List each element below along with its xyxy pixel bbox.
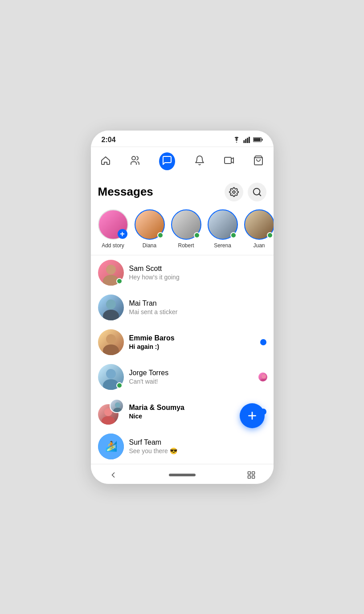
sam-content: Sam Scott Hey how's it going <box>129 265 266 281</box>
sam-online <box>116 278 123 284</box>
emmie-avatar <box>98 329 124 355</box>
nav-home[interactable] <box>95 153 116 169</box>
jorge-thumb-avatar <box>258 372 268 382</box>
diana-online <box>157 232 164 238</box>
jorge-content: Jorge Torres Can't wait! <box>129 369 250 385</box>
story-add[interactable]: + Add story <box>98 209 128 249</box>
emmie-content: Emmie Baros Hi again :) <box>129 334 255 350</box>
emmie-avatar-wrap <box>98 329 124 355</box>
mai-preview: Mai sent a sticker <box>129 308 266 315</box>
jorge-avatar-wrap <box>98 364 124 390</box>
convo-emmie[interactable]: Emmie Baros Hi again :) <box>91 325 274 360</box>
stories-row: + Add story Diana Robert <box>91 206 274 255</box>
compose-button[interactable] <box>240 403 265 428</box>
svg-point-19 <box>103 344 119 355</box>
back-icon <box>109 471 118 479</box>
settings-button[interactable] <box>225 183 243 201</box>
sam-name: Sam Scott <box>129 265 266 273</box>
serena-label: Serena <box>214 242 231 249</box>
emmie-unread-dot <box>260 339 266 345</box>
recents-icon <box>247 471 256 479</box>
emmie-preview: Hi again :) <box>129 343 255 350</box>
surfteam-preview: See you there 😎 <box>129 447 266 454</box>
svg-point-14 <box>106 265 116 274</box>
juan-label: Juan <box>253 242 265 249</box>
svg-line-13 <box>259 194 261 196</box>
story-diana[interactable]: Diana <box>135 209 165 249</box>
nav-messenger[interactable] <box>154 151 180 172</box>
bottom-nav <box>91 147 274 176</box>
back-button[interactable] <box>109 471 118 479</box>
add-story-plus: + <box>118 229 127 239</box>
sam-avatar-wrap <box>98 260 124 286</box>
mai-avatar-wrap <box>98 295 124 320</box>
header-actions <box>225 183 266 201</box>
app-header: Messages <box>91 176 274 206</box>
mai-avatar <box>98 295 124 320</box>
convo-jorge[interactable]: Jorge Torres Can't wait! <box>91 360 274 394</box>
nav-friends[interactable] <box>124 153 146 169</box>
jorge-preview: Can't wait! <box>129 378 250 385</box>
svg-rect-0 <box>243 140 245 143</box>
mai-content: Mai Tran Mai sent a sticker <box>129 299 266 315</box>
diana-label: Diana <box>143 242 156 249</box>
robert-online <box>194 232 200 238</box>
jorge-thumb <box>256 372 266 382</box>
convo-mai[interactable]: Mai Tran Mai sent a sticker <box>91 290 274 325</box>
emmie-name: Emmie Baros <box>129 334 255 342</box>
robert-label: Robert <box>178 242 194 249</box>
wifi-icon <box>233 137 241 143</box>
svg-text:🏄: 🏄 <box>105 440 117 452</box>
surfteam-name: Surf Team <box>129 438 266 446</box>
system-bar <box>91 464 274 484</box>
svg-rect-3 <box>248 137 249 143</box>
conversations-list: Sam Scott Hey how's it going Mai Tran <box>91 255 274 464</box>
search-icon <box>252 187 262 197</box>
surfteam-content: Surf Team See you there 😎 <box>129 438 266 454</box>
svg-rect-6 <box>254 138 261 141</box>
convo-sam[interactable]: Sam Scott Hey how's it going <box>91 255 274 290</box>
nav-marketplace[interactable] <box>248 153 269 169</box>
svg-rect-34 <box>248 475 250 478</box>
svg-rect-5 <box>262 139 262 141</box>
add-story-label: Add story <box>102 242 124 249</box>
plus-icon <box>246 410 258 422</box>
story-juan[interactable]: Juan <box>244 209 274 249</box>
emmie-unread <box>260 339 266 345</box>
surfteam-avatar-wrap: 🏄 <box>98 434 124 459</box>
svg-rect-2 <box>247 138 248 143</box>
juan-online <box>267 232 273 238</box>
mariasoumya-avatar-group <box>98 399 124 425</box>
status-icons <box>233 137 263 143</box>
surfteam-avatar: 🏄 <box>98 434 124 459</box>
nav-video[interactable] <box>218 153 240 169</box>
story-serena[interactable]: Serena <box>208 209 238 249</box>
soumya-avatar <box>110 399 124 413</box>
mai-name: Mai Tran <box>129 299 266 307</box>
page-title: Messages <box>98 185 153 199</box>
svg-marker-9 <box>231 158 233 163</box>
recents-button[interactable] <box>247 471 256 479</box>
status-time: 2:04 <box>102 136 116 144</box>
convo-surfteam[interactable]: 🏄 Surf Team See you there 😎 <box>91 429 274 464</box>
story-robert[interactable]: Robert <box>171 209 201 249</box>
nav-notifications[interactable] <box>189 153 210 169</box>
svg-rect-8 <box>225 157 231 164</box>
search-button[interactable] <box>248 183 266 201</box>
svg-rect-33 <box>252 471 254 474</box>
serena-online <box>230 232 237 238</box>
gear-icon <box>229 187 239 197</box>
home-pill[interactable] <box>169 474 196 476</box>
battery-icon <box>253 137 263 143</box>
jorge-name: Jorge Torres <box>129 369 250 377</box>
svg-point-11 <box>233 191 235 193</box>
svg-point-23 <box>260 379 268 382</box>
svg-point-25 <box>102 416 115 425</box>
sam-preview: Hey how's it going <box>129 274 266 281</box>
svg-point-22 <box>262 374 266 379</box>
svg-point-20 <box>106 369 116 379</box>
signal-icon <box>243 137 250 143</box>
svg-point-27 <box>113 408 122 413</box>
status-bar: 2:04 <box>91 131 274 147</box>
svg-rect-35 <box>252 475 254 478</box>
